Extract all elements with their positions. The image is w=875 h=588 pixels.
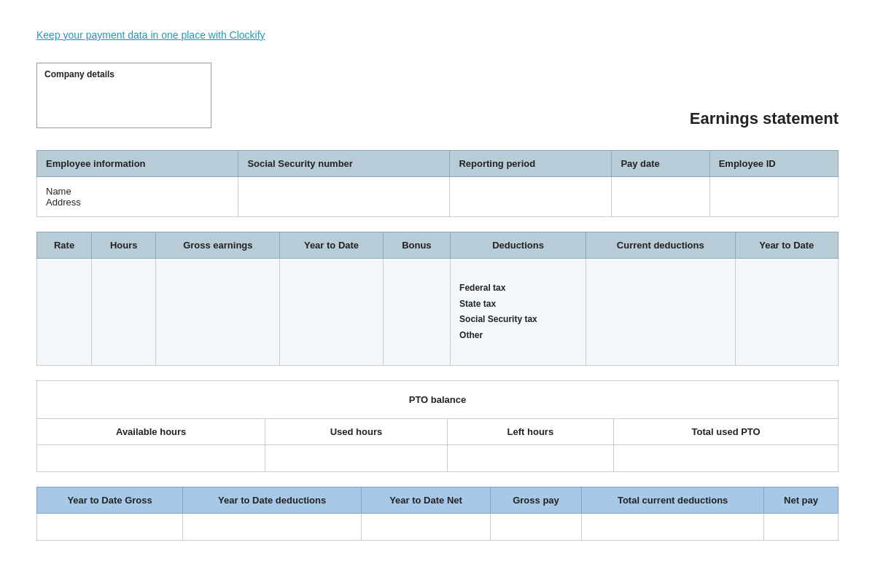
ytd-net-value [362,514,491,541]
col-ytd-gross: Year to Date Gross [37,487,183,514]
left-hours-value [447,445,614,472]
earnings-table: Rate Hours Gross earnings Year to Date B… [36,232,839,366]
hours-value [92,259,156,366]
col-used-hours: Used hours [265,419,447,445]
col-bonus: Bonus [383,232,450,259]
pto-table: PTO balance Available hours Used hours L… [36,380,839,472]
employee-ssn [238,177,450,217]
gross-pay-value [490,514,581,541]
employee-header-row: Employee information Social Security num… [37,151,839,177]
summary-table: Year to Date Gross Year to Date deductio… [36,487,839,541]
col-employee-id: Employee ID [709,151,838,177]
col-available-hours: Available hours [37,419,265,445]
pto-title-row: PTO balance [37,381,839,419]
earnings-header-row: Rate Hours Gross earnings Year to Date B… [37,232,839,259]
net-pay-value [764,514,839,541]
col-total-current-deductions: Total current deductions [582,487,764,514]
col-year-to-date-2: Year to Date [735,232,838,259]
col-current-deductions: Current deductions [586,232,736,259]
col-ssn: Social Security number [238,151,450,177]
col-gross-pay: Gross pay [490,487,581,514]
pto-header-row: Available hours Used hours Left hours To… [37,419,839,445]
gross-earnings-value [156,259,280,366]
ytd-deductions-value [183,514,362,541]
col-deductions: Deductions [451,232,586,259]
employee-name-address: NameAddress [37,177,238,217]
total-current-deductions-value [582,514,764,541]
earnings-data-row: Federal tax State tax Social Security ta… [37,259,839,366]
col-net-pay: Net pay [764,487,839,514]
col-ytd-deductions: Year to Date deductions [183,487,362,514]
available-hours-value [37,445,265,472]
company-details-box: Company details [36,63,211,128]
col-gross-earnings: Gross earnings [156,232,280,259]
col-total-used-pto: Total used PTO [614,419,839,445]
ytd-gross-value [37,514,183,541]
employee-info-table: Employee information Social Security num… [36,150,839,217]
col-reporting-period: Reporting period [450,151,612,177]
col-pay-date: Pay date [612,151,709,177]
employee-id [709,177,838,217]
deductions-items: Federal tax State tax Social Security ta… [451,259,586,366]
clockify-link[interactable]: Keep your payment data in one place with… [36,29,265,41]
col-hours: Hours [92,232,156,259]
employee-data-row: NameAddress [37,177,839,217]
employee-reporting-period [450,177,612,217]
pto-data-row [37,445,839,472]
col-ytd-net: Year to Date Net [362,487,491,514]
pto-title: PTO balance [37,381,839,419]
company-details-label: Company details [44,69,114,79]
col-employee-info: Employee information [37,151,238,177]
current-deductions-value [586,259,736,366]
earnings-title: Earnings statement [690,109,839,128]
ytd-value-1 [280,259,383,366]
top-section: Company details Earnings statement [36,63,839,128]
col-year-to-date-1: Year to Date [280,232,383,259]
bonus-value [383,259,450,366]
rate-value [37,259,92,366]
deduction-social-security: Social Security tax [459,314,537,324]
deduction-federal: Federal tax [459,283,505,293]
deduction-other: Other [459,330,483,340]
used-hours-value [265,445,447,472]
summary-data-row [37,514,839,541]
col-rate: Rate [37,232,92,259]
ytd-value-2 [735,259,838,366]
col-left-hours: Left hours [447,419,614,445]
summary-header-row: Year to Date Gross Year to Date deductio… [37,487,839,514]
employee-pay-date [612,177,709,217]
total-used-pto-value [614,445,839,472]
deduction-state: State tax [459,299,496,309]
